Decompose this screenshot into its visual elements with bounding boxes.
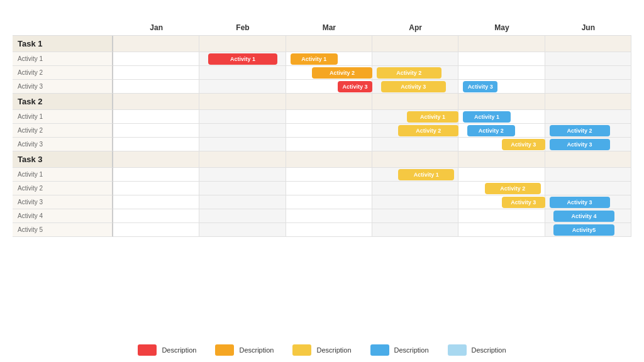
legend-color-blue: [370, 344, 389, 356]
cell-r13-c1: [199, 223, 286, 237]
legend-label-2: Description: [316, 346, 351, 354]
header-month-mar: Mar: [286, 20, 372, 36]
cell-r6-c2: [286, 124, 372, 138]
grid-row-4: Task 2: [13, 94, 631, 110]
grid-row-13: Activity 5: [13, 223, 631, 237]
cell-r12-c0: [113, 209, 199, 223]
bar-0: Activity 1: [208, 53, 277, 65]
cell-r11-c1: [199, 195, 286, 209]
cell-r0-c5: [545, 36, 631, 52]
row-label-8: Task 3: [13, 151, 113, 168]
cell-r2-c0: [113, 66, 199, 80]
cell-r9-c2: [286, 168, 372, 182]
cell-r1-c3: [372, 52, 458, 66]
grid-row-6: Activity 2: [13, 124, 631, 138]
grid-row-0: Task 1: [13, 36, 631, 52]
cell-r4-c2: [286, 94, 372, 110]
bar-3: Activity 2: [377, 67, 441, 79]
cell-r8-c4: [458, 151, 545, 168]
cell-r10-c1: [199, 182, 286, 195]
cell-r8-c1: [199, 151, 286, 168]
cell-r8-c5: [545, 151, 631, 168]
cell-r7-c2: [286, 138, 372, 151]
bar-18: Activity 3: [550, 197, 610, 208]
row-label-6: Activity 2: [13, 124, 113, 138]
cell-r7-c1: [199, 138, 286, 151]
cell-r5-c2: [286, 110, 372, 124]
bar-1: Activity 1: [291, 53, 338, 65]
cell-r12-c1: [199, 209, 286, 223]
header-month-apr: Apr: [372, 20, 458, 36]
chart-container: JanFebMarAprMayJun Task 1Activity 1Activ…: [13, 20, 631, 339]
cell-r8-c3: [372, 151, 458, 168]
cell-r9-c5: [545, 168, 631, 182]
header-month-jan: Jan: [113, 20, 199, 36]
cell-r0-c1: [199, 36, 286, 52]
cell-r8-c0: [113, 151, 199, 168]
cell-r5-c5: [545, 110, 631, 124]
cell-r13-c3: [372, 223, 458, 237]
bar-12: Activity 3: [502, 139, 545, 150]
cell-r1-c4: [458, 52, 545, 66]
bar-17: Activity 3: [502, 197, 545, 208]
legend-label-0: Description: [162, 346, 196, 354]
cell-r10-c2: [286, 182, 372, 195]
cell-r0-c2: [286, 36, 372, 52]
bar-7: Activity 1: [407, 111, 458, 123]
legend-color-yellow: [292, 344, 311, 356]
cell-r7-c3: [372, 138, 458, 151]
cell-r2-c5: [545, 66, 631, 80]
bar-16: Activity 2: [485, 183, 541, 194]
cell-r11-c3: [372, 195, 458, 209]
bar-9: Activity 2: [398, 125, 458, 136]
row-label-11: Activity 3: [13, 195, 113, 209]
header-month-feb: Feb: [199, 20, 286, 36]
grid-row-8: Task 3: [13, 151, 631, 168]
cell-r9-c0: [113, 168, 199, 182]
cell-r0-c3: [372, 36, 458, 52]
row-label-4: Task 2: [13, 94, 113, 110]
bar-2: Activity 2: [312, 67, 372, 79]
bar-13: Activity 3: [550, 139, 610, 150]
row-label-5: Activity 1: [13, 110, 113, 124]
legend-color-orange: [215, 344, 234, 356]
row-label-10: Activity 2: [13, 182, 113, 195]
cell-r10-c0: [113, 182, 199, 195]
header-month-may: May: [458, 20, 545, 36]
bar-11: Activity 2: [550, 125, 610, 136]
bar-19: Activity 4: [553, 211, 614, 222]
cell-r5-c1: [199, 110, 286, 124]
cell-r0-c4: [458, 36, 545, 52]
bar-5: Activity 3: [381, 81, 446, 92]
row-label-7: Activity 3: [13, 138, 113, 151]
chart-header: JanFebMarAprMayJun: [13, 20, 631, 36]
bar-8: Activity 1: [463, 111, 511, 123]
bar-15: Activity 1: [398, 169, 454, 180]
legend-item-0: Description: [138, 344, 196, 356]
cell-r10-c3: [372, 182, 458, 195]
cell-r4-c3: [372, 94, 458, 110]
legend-item-4: Description: [448, 344, 506, 356]
cell-r13-c0: [113, 223, 199, 237]
cell-r9-c4: [458, 168, 545, 182]
gantt-wrapper: Task 1Activity 1Activity 2Activity 3Task…: [13, 36, 631, 237]
row-label-0: Task 1: [13, 36, 113, 52]
legend-label-4: Description: [472, 346, 506, 354]
bar-10: Activity 2: [467, 125, 515, 136]
cell-r4-c4: [458, 94, 545, 110]
row-label-12: Activity 4: [13, 209, 113, 223]
cell-r9-c1: [199, 168, 286, 182]
legend-label-1: Description: [239, 346, 274, 354]
header-month-jun: Jun: [545, 20, 631, 36]
cell-r11-c2: [286, 195, 372, 209]
cell-r12-c4: [458, 209, 545, 223]
cell-r3-c1: [199, 80, 286, 94]
grid-row-3: Activity 3: [13, 80, 631, 94]
bar-4: Activity 3: [338, 81, 372, 92]
grid-row-5: Activity 1: [13, 110, 631, 124]
row-label-9: Activity 1: [13, 168, 113, 182]
cell-r10-c5: [545, 182, 631, 195]
cell-r6-c0: [113, 124, 199, 138]
cell-r8-c2: [286, 151, 372, 168]
legend-item-3: Description: [370, 344, 429, 356]
